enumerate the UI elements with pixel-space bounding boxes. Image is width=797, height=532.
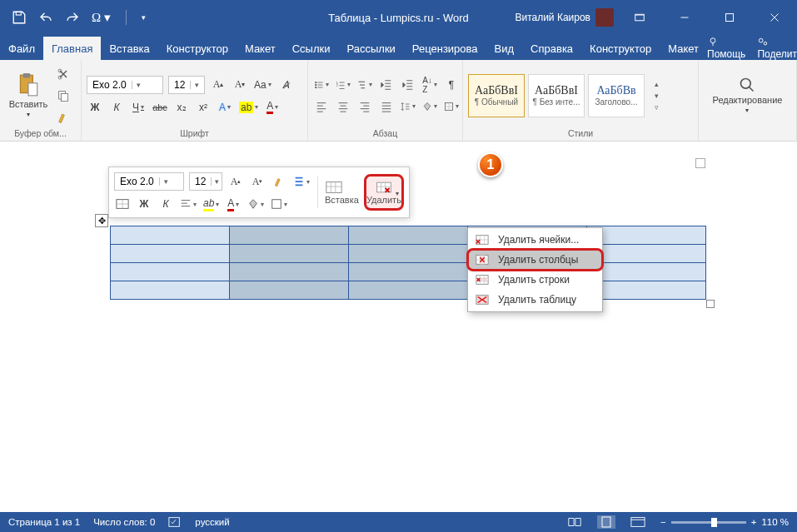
mini-styles-button[interactable]: [292, 173, 311, 190]
tab-design[interactable]: Конструктор: [158, 37, 237, 60]
mini-insert-button[interactable]: Вставка: [325, 180, 359, 205]
mini-grow-button[interactable]: A▴: [227, 173, 244, 190]
line-spacing-button[interactable]: [400, 98, 416, 115]
print-layout-icon[interactable]: [597, 515, 615, 529]
tab-file[interactable]: Файл: [0, 37, 43, 60]
status-bar: Страница 1 из 1 Число слов: 0 русский − …: [0, 512, 797, 532]
sort-button[interactable]: A↓Z: [421, 77, 438, 93]
paste-button[interactable]: Вставить ▾: [5, 72, 52, 118]
mini-size-combo[interactable]: 12▾: [189, 172, 222, 191]
multilevel-button[interactable]: [356, 77, 373, 93]
style-heading1[interactable]: АаБбВвЗаголово...: [588, 74, 645, 117]
menu-delete-columns[interactable]: Удалить столбцы: [468, 250, 602, 270]
indent-inc-button[interactable]: [400, 77, 416, 93]
tab-insert[interactable]: Вставка: [101, 37, 157, 60]
qat-customize-icon[interactable]: ▾: [142, 13, 146, 22]
close-button[interactable]: [755, 0, 794, 35]
bold-button[interactable]: Ж: [87, 99, 103, 116]
font-color-button[interactable]: A: [264, 99, 281, 116]
group-styles: АаБбВвI¶ Обычный АаБбВвI¶ Без инте... Аа…: [463, 60, 699, 141]
spellcheck-icon[interactable]: [168, 516, 182, 528]
tab-mailings[interactable]: Рассылки: [338, 37, 403, 60]
mini-fontcolor-button[interactable]: A: [225, 196, 242, 212]
svg-point-14: [315, 83, 316, 85]
zoom-in-button[interactable]: +: [751, 517, 757, 527]
mini-painter-button[interactable]: [271, 173, 287, 190]
indent-dec-button[interactable]: [378, 77, 395, 93]
tab-view[interactable]: Вид: [486, 37, 523, 60]
align-right-button[interactable]: [356, 98, 373, 115]
mini-font-combo[interactable]: Exo 2.0▾: [114, 172, 184, 191]
font-size-combo[interactable]: 12▾: [168, 76, 205, 94]
minimize-button[interactable]: [665, 0, 704, 35]
change-case-button[interactable]: Aa: [253, 77, 272, 93]
tab-review[interactable]: Рецензирова: [404, 37, 486, 60]
read-mode-icon[interactable]: [565, 515, 584, 529]
zoom-out-button[interactable]: −: [660, 517, 666, 527]
save-icon[interactable]: [12, 10, 27, 25]
document-table[interactable]: ✥: [110, 226, 706, 300]
grow-font-button[interactable]: A▴: [210, 77, 227, 93]
zoom-value[interactable]: 110 %: [761, 517, 789, 527]
user-account[interactable]: Виталий Каиров: [515, 8, 614, 27]
subscript-button[interactable]: x₂: [173, 99, 190, 116]
word-count[interactable]: Число слов: 0: [93, 517, 155, 527]
borders-button[interactable]: [443, 98, 460, 115]
align-justify-button[interactable]: [378, 98, 395, 115]
style-normal[interactable]: АаБбВвI¶ Обычный: [468, 74, 525, 117]
mini-italic-button[interactable]: К: [157, 196, 174, 212]
format-painter-button[interactable]: [55, 109, 72, 126]
mini-highlight-button[interactable]: ab: [202, 196, 220, 212]
style-nospacing[interactable]: АаБбВвI¶ Без инте...: [528, 74, 585, 117]
table-move-handle[interactable]: ✥: [95, 214, 108, 227]
ribbon-options-button[interactable]: [620, 0, 659, 35]
mini-shading-button[interactable]: [247, 196, 265, 212]
mini-shrink-button[interactable]: A▾: [249, 173, 266, 190]
redo-icon[interactable]: [65, 10, 80, 25]
clear-format-button[interactable]: A̷: [277, 77, 294, 93]
page-status[interactable]: Страница 1 из 1: [8, 517, 80, 527]
styles-more-button[interactable]: ▴▾▿: [650, 80, 663, 112]
underline-button[interactable]: Ч: [130, 99, 147, 116]
zoom-slider[interactable]: [671, 521, 746, 524]
zoom-control[interactable]: − + 110 %: [660, 517, 789, 527]
table-resize-handle[interactable]: [706, 300, 715, 308]
align-center-button[interactable]: [335, 98, 351, 115]
tab-tablelayout[interactable]: Макет: [660, 37, 707, 60]
menu-delete-cells[interactable]: Удалить ячейки...: [468, 230, 602, 250]
web-layout-icon[interactable]: [629, 515, 647, 529]
mini-align-button[interactable]: [179, 196, 197, 212]
editing-button[interactable]: Редактирование ▾: [713, 77, 783, 114]
bullets-button[interactable]: [313, 77, 330, 93]
tab-tabledesign[interactable]: Конструктор: [581, 37, 660, 60]
cut-button[interactable]: [55, 66, 72, 82]
tab-home[interactable]: Главная: [43, 37, 101, 60]
undo-icon[interactable]: [38, 10, 53, 25]
mini-delete-button[interactable]: Удалить ▾: [364, 174, 404, 211]
superscript-button[interactable]: x²: [195, 99, 212, 116]
shrink-font-button[interactable]: A▾: [232, 77, 248, 93]
mini-bold-button[interactable]: Ж: [136, 196, 152, 212]
shading-button[interactable]: [421, 98, 438, 115]
merge-cells-icon[interactable]: [114, 196, 131, 212]
highlight-button[interactable]: ab: [238, 99, 259, 116]
tab-references[interactable]: Ссылки: [284, 37, 339, 60]
tab-help[interactable]: Справка: [522, 37, 581, 60]
italic-button[interactable]: К: [108, 99, 125, 116]
language-status[interactable]: русский: [195, 517, 229, 527]
maximize-button[interactable]: [710, 0, 749, 35]
strike-button[interactable]: abc: [152, 99, 168, 116]
mini-borders-button[interactable]: [270, 196, 288, 212]
menu-delete-rows[interactable]: Удалить строки: [468, 270, 602, 290]
numbering-button[interactable]: 12: [335, 77, 351, 93]
share-button[interactable]: Поделиться: [757, 37, 797, 60]
text-effects-button[interactable]: A: [217, 99, 233, 116]
align-left-button[interactable]: [313, 98, 330, 115]
tab-layout[interactable]: Макет: [237, 37, 284, 60]
menu-delete-table[interactable]: Удалить таблицу: [468, 290, 602, 310]
font-name-combo[interactable]: Exo 2.0▾: [87, 76, 163, 94]
copy-button[interactable]: [55, 87, 72, 104]
tell-me[interactable]: Помощь: [707, 37, 745, 60]
omega-icon[interactable]: Ω ▾: [92, 10, 111, 25]
pilcrow-button[interactable]: ¶: [443, 77, 460, 93]
